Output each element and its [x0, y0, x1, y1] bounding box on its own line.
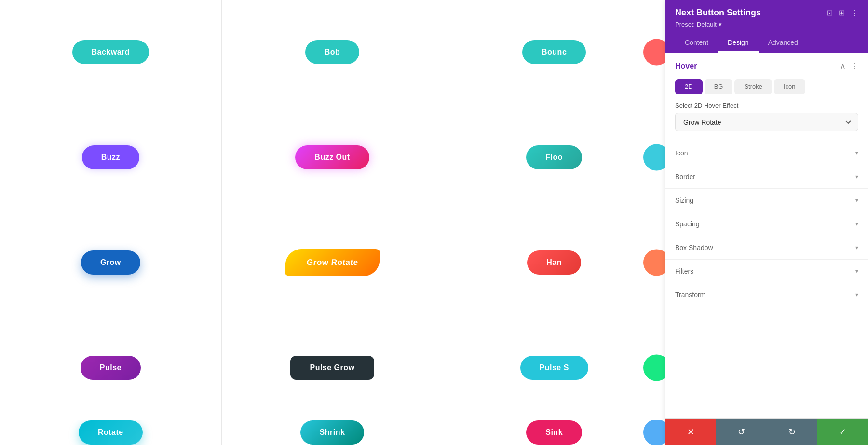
accordion-spacing-title: Spacing	[675, 220, 700, 228]
chevron-down-icon: ▾	[855, 268, 858, 275]
accordion-border-header[interactable]: Border ▾	[665, 165, 868, 188]
tab-advanced[interactable]: Advanced	[759, 34, 808, 53]
chevron-down-icon: ▾	[855, 197, 858, 204]
bob-button[interactable]: Bob	[305, 40, 360, 64]
backward-button[interactable]: Backward	[72, 40, 149, 64]
canvas-cell-pulse-s: Pulse S	[443, 315, 665, 420]
canvas-cell-shrink: Shrink	[222, 420, 444, 445]
accordion-icon-title: Icon	[675, 149, 688, 157]
sub-tab-icon[interactable]: Icon	[774, 79, 805, 94]
accordion-filters: Filters ▾	[665, 259, 868, 283]
hover-section-title: Hover	[675, 62, 697, 70]
sub-tab-bg[interactable]: BG	[705, 79, 733, 94]
accordion-sizing-title: Sizing	[675, 196, 693, 204]
panel-header: Next Button Settings ⊡ ⊞ ⋮ Preset: Defau…	[665, 0, 868, 53]
section-more-icon[interactable]: ⋮	[851, 61, 858, 70]
canvas-cell-buzz: Buzz	[0, 105, 222, 210]
reset-button[interactable]: ↺	[716, 419, 767, 445]
collapse-icon[interactable]: ∧	[840, 61, 846, 70]
rotate-button[interactable]: Rotate	[79, 420, 143, 445]
tab-design[interactable]: Design	[718, 34, 759, 53]
accordion-box-shadow: Box Shadow ▾	[665, 236, 868, 259]
panel-preset[interactable]: Preset: Default ▾	[675, 21, 858, 28]
chevron-down-icon: ▾	[855, 173, 858, 180]
accordion-spacing-header[interactable]: Spacing ▾	[665, 212, 868, 236]
canvas-cell-grow: Grow	[0, 210, 222, 316]
buzz-out-button[interactable]: Buzz Out	[295, 145, 369, 169]
chevron-down-icon: ▾	[855, 150, 858, 156]
bounce-button[interactable]: Bounc	[522, 40, 586, 64]
select-wrapper: None Grow Shrink Pulse Pulse Grow Rotate…	[665, 113, 868, 141]
accordion-icon-header[interactable]: Icon ▾	[665, 141, 868, 165]
accordion-icon: Icon ▾	[665, 141, 868, 165]
canvas-cell-pulse: Pulse	[0, 315, 222, 420]
canvas-cell-bounce: Bounc	[443, 0, 665, 105]
more-options-icon[interactable]: ⋮	[851, 8, 858, 17]
accordion-sizing: Sizing ▾	[665, 188, 868, 212]
sink-button[interactable]: Sink	[526, 420, 582, 445]
screenshot-icon[interactable]: ⊡	[827, 8, 833, 17]
sub-tab-stroke[interactable]: Stroke	[734, 79, 772, 94]
pulse-button[interactable]: Pulse	[81, 356, 141, 380]
accordion-border: Border ▾	[665, 165, 868, 188]
pulse-s-button[interactable]: Pulse S	[520, 356, 588, 380]
han-button[interactable]: Han	[527, 250, 581, 275]
accordion-filters-header[interactable]: Filters ▾	[665, 260, 868, 283]
accordion-transform: Transform ▾	[665, 283, 868, 306]
canvas-cell-flood: Floo	[443, 105, 665, 210]
select-2d-label: Select 2D Hover Effect	[665, 102, 868, 113]
flood-button[interactable]: Floo	[526, 145, 582, 169]
tab-content[interactable]: Content	[675, 34, 718, 53]
accordion-box-shadow-header[interactable]: Box Shadow ▾	[665, 236, 868, 259]
accordion-transform-title: Transform	[675, 291, 705, 299]
canvas-area: Backward Bob Bounc Buzz Buzz Out Floo Gr…	[0, 0, 665, 445]
canvas-cell-sink: Sink	[443, 420, 665, 445]
canvas-cell-bob: Bob	[222, 0, 444, 105]
layout-icon[interactable]: ⊞	[839, 8, 845, 17]
panel-header-icons: ⊡ ⊞ ⋮	[827, 8, 858, 17]
canvas-cell-han: Han	[443, 210, 665, 316]
grow-rotate-button[interactable]: Grow Rotate	[284, 249, 380, 276]
pulse-grow-button[interactable]: Pulse Grow	[290, 356, 374, 380]
sub-tab-2d[interactable]: 2D	[675, 79, 703, 94]
hover-sub-tabs: 2D BG Stroke Icon	[665, 79, 868, 102]
save-button[interactable]: ✓	[817, 419, 868, 445]
accordion-spacing: Spacing ▾	[665, 212, 868, 236]
accordion-transform-header[interactable]: Transform ▾	[665, 283, 868, 306]
grow-button[interactable]: Grow	[81, 250, 140, 275]
accordion-filters-title: Filters	[675, 267, 693, 275]
buzz-button[interactable]: Buzz	[82, 145, 139, 169]
cancel-button[interactable]: ✕	[665, 419, 716, 445]
shrink-button[interactable]: Shrink	[300, 420, 365, 445]
canvas-cell-rotate: Rotate	[0, 420, 222, 445]
panel-tabs: Content Design Advanced	[675, 34, 858, 53]
accordion-box-shadow-title: Box Shadow	[675, 244, 713, 251]
section-header-icons: ∧ ⋮	[840, 61, 858, 70]
accordion-sizing-header[interactable]: Sizing ▾	[665, 189, 868, 212]
canvas-cell-buzz-out: Buzz Out	[222, 105, 444, 210]
panel-body: Hover ∧ ⋮ 2D BG Stroke Icon Select 2D Ho…	[665, 53, 868, 418]
hover-effect-select[interactable]: None Grow Shrink Pulse Pulse Grow Rotate…	[675, 113, 858, 131]
chevron-down-icon: ▾	[855, 221, 858, 227]
canvas-cell-pulse-grow: Pulse Grow	[222, 315, 444, 420]
settings-panel: Next Button Settings ⊡ ⊞ ⋮ Preset: Defau…	[665, 0, 868, 445]
panel-footer: ✕ ↺ ↻ ✓	[665, 418, 868, 445]
panel-title: Next Button Settings	[675, 8, 761, 18]
canvas-cell-backward: Backward	[0, 0, 222, 105]
chevron-down-icon: ▾	[855, 244, 858, 251]
chevron-down-icon: ▾	[855, 292, 858, 298]
canvas-cell-grow-rotate: Grow Rotate	[222, 210, 444, 316]
accordion-border-title: Border	[675, 173, 695, 181]
hover-section-header: Hover ∧ ⋮	[665, 53, 868, 79]
redo-button[interactable]: ↻	[767, 419, 817, 445]
